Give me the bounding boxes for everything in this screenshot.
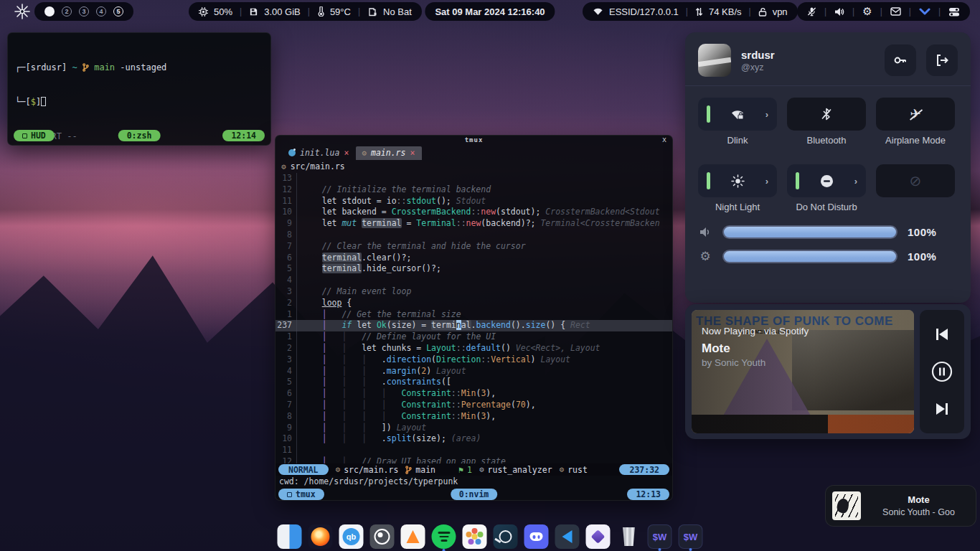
chevron-down-icon[interactable] bbox=[919, 7, 930, 16]
dock-obs-studio[interactable] bbox=[370, 524, 395, 549]
username: srdusr bbox=[741, 49, 775, 61]
network-pill[interactable]: ESSID/127.0.0.1 | 74 KB/s | vpn bbox=[583, 2, 798, 21]
tab-main-rs[interactable]: ⚙ main.rs × bbox=[356, 146, 422, 160]
code-line[interactable]: 8 │ │ │ │ Constraint::Min(3), bbox=[275, 411, 672, 423]
dock-photos[interactable] bbox=[463, 524, 487, 549]
terminal-window[interactable]: ┌─[srdusr] ~ main -unstaged └─[$] -- INS… bbox=[7, 32, 271, 146]
code-line[interactable]: 2 │ │ let chunks = Layout::default() Vec… bbox=[275, 343, 672, 354]
separator: | bbox=[238, 6, 243, 17]
toggle-night-light[interactable]: › Night Light bbox=[698, 164, 777, 212]
code-line[interactable]: 1 │ // Get the terminal size bbox=[275, 309, 672, 321]
workspace-3[interactable]: 3 bbox=[79, 6, 89, 17]
tab-init-lua[interactable]: init.lua × bbox=[283, 146, 356, 160]
logout-button[interactable] bbox=[926, 44, 958, 76]
close-window-button[interactable]: x bbox=[662, 136, 666, 143]
editor-window[interactable]: tmux x init.lua × ⚙ main.rs × ⚙ src/main… bbox=[275, 135, 673, 501]
toggle-bluetooth[interactable]: Bluetooth bbox=[787, 98, 866, 146]
previous-track-button[interactable] bbox=[933, 326, 951, 342]
mail-icon[interactable] bbox=[890, 7, 901, 16]
code-line[interactable]: 11 let stdout = io::stdout(); Stdout bbox=[275, 196, 672, 207]
brightness-slider[interactable] bbox=[722, 250, 897, 263]
code-line[interactable]: 9 │ │ │ ]) Layout bbox=[275, 423, 672, 434]
code-line[interactable]: 8 bbox=[275, 230, 672, 241]
workspace-2[interactable]: 2 bbox=[62, 6, 72, 17]
toggles-icon[interactable] bbox=[948, 7, 960, 17]
code-line[interactable]: 9 let mut terminal = Terminal::new(backe… bbox=[275, 218, 672, 230]
notification-popup[interactable]: Mote Sonic Youth - Goo bbox=[825, 485, 976, 527]
code-line[interactable]: 4 │ │ │ .margin(2) Layout bbox=[275, 366, 672, 377]
tmux-session-hud[interactable]: HUD bbox=[14, 130, 55, 141]
toggle-do-not-disturb[interactable]: › Do Not Disturb bbox=[787, 164, 866, 212]
chevron-right-icon[interactable]: › bbox=[765, 176, 768, 187]
workspace-1-active[interactable] bbox=[44, 6, 55, 17]
microphone-muted-icon[interactable] bbox=[807, 6, 816, 17]
system-tray: | | ⚙ | | | bbox=[797, 2, 970, 21]
code-line[interactable]: 2 loop { bbox=[275, 298, 672, 309]
line-number: 11 bbox=[275, 196, 297, 207]
dock-obsidian[interactable] bbox=[586, 524, 611, 549]
dock-firefox[interactable] bbox=[308, 524, 333, 549]
dock-discord[interactable] bbox=[524, 524, 549, 549]
code-line[interactable]: 7 │ │ │ │ Constraint::Percentage(70), bbox=[275, 400, 672, 411]
tab-close-icon[interactable]: × bbox=[344, 148, 349, 158]
lua-icon bbox=[288, 149, 296, 156]
code-line[interactable]: 10 let backend = CrosstermBackend::new(s… bbox=[275, 207, 672, 218]
dock-qbittorrent[interactable]: qb bbox=[339, 524, 364, 549]
code-line[interactable]: 4 bbox=[275, 275, 672, 286]
line-number: 6 bbox=[275, 253, 297, 264]
code-line[interactable]: 6 terminal.clear()?; bbox=[275, 253, 672, 264]
tmux-window-nvim[interactable]: 0:nvim bbox=[451, 489, 498, 500]
code-line[interactable]: 12 // Initialize the terminal backend bbox=[275, 184, 672, 196]
clock[interactable]: Sat 09 Mar 2024 12:16:40 bbox=[425, 2, 555, 21]
code-line[interactable]: 13 bbox=[275, 173, 672, 184]
code-line[interactable]: 7 // Clear the terminal and hide the cur… bbox=[275, 241, 672, 253]
volume-slider[interactable] bbox=[722, 225, 897, 239]
workspaces[interactable]: 2 3 4 5 bbox=[34, 2, 133, 21]
separator: | bbox=[684, 6, 689, 17]
dock-vscode[interactable] bbox=[555, 524, 580, 549]
dock-dollar-w-app-2[interactable]: $W bbox=[679, 524, 703, 549]
tab-close-icon[interactable]: × bbox=[410, 148, 415, 158]
dock-dollar-w-app-1[interactable]: $W bbox=[648, 524, 672, 549]
lock-keys-button[interactable] bbox=[885, 44, 916, 76]
tmux-session[interactable]: tmux bbox=[278, 489, 324, 500]
tmux-window-zsh[interactable]: 0:zsh bbox=[118, 130, 161, 141]
dock-file-manager[interactable] bbox=[278, 524, 302, 549]
dock-trash[interactable] bbox=[617, 524, 641, 549]
code-line[interactable]: 5 │ │ │ .constraints([ bbox=[275, 377, 672, 388]
workspace-4[interactable]: 4 bbox=[96, 6, 106, 17]
distro-star-icon[interactable] bbox=[14, 4, 30, 19]
chevron-right-icon[interactable]: › bbox=[765, 109, 768, 120]
code-line[interactable]: 10 │ │ │ .split(size); (area) bbox=[275, 433, 672, 445]
speaker-icon[interactable] bbox=[834, 7, 844, 17]
active-indicator bbox=[796, 172, 799, 189]
toggle-airplane-mode[interactable]: ✈ Airplane Mode bbox=[876, 98, 955, 146]
dollar-w-icon: $W bbox=[653, 532, 667, 542]
code-line[interactable]: 237 │ if let Ok(size) = terminal.backend… bbox=[275, 320, 672, 331]
code-line[interactable]: 1 │ │ // Define layout for the UI bbox=[275, 331, 672, 343]
dock-spotify[interactable] bbox=[432, 524, 456, 549]
dock-vlc[interactable] bbox=[401, 524, 425, 549]
next-track-button[interactable] bbox=[933, 401, 951, 417]
running-indicator bbox=[689, 548, 692, 551]
code-line[interactable]: 3 // Main event loop bbox=[275, 286, 672, 298]
chevron-right-icon[interactable]: › bbox=[854, 176, 857, 187]
line-number: 1 bbox=[275, 309, 297, 321]
code-line[interactable]: 3 │ │ │ .direction(Direction::Vertical) … bbox=[275, 354, 672, 366]
toggle-label: Dlink bbox=[727, 135, 748, 146]
cursor-position: 237:32 bbox=[619, 464, 669, 475]
code-lines[interactable]: 1312 // Initialize the terminal backend1… bbox=[275, 173, 672, 463]
workspace-5[interactable]: 5 bbox=[113, 6, 123, 17]
code-line[interactable]: 6 │ │ │ │ Constraint::Min(3), bbox=[275, 388, 672, 400]
pause-button[interactable] bbox=[931, 361, 953, 382]
code-line[interactable]: 11 bbox=[275, 445, 672, 456]
toggle-dlink[interactable]: › Dlink bbox=[698, 98, 777, 146]
obs-icon bbox=[374, 529, 390, 545]
tmux-clock: 12:13 bbox=[627, 489, 669, 500]
quick-toggles: › Dlink Bluetooth ✈ Airplane Mode bbox=[685, 86, 971, 217]
prompt-line-2[interactable]: └─[$] bbox=[15, 96, 263, 108]
code-line[interactable]: 5 terminal.hide_cursor()?; bbox=[275, 263, 672, 275]
code-line[interactable]: 12 │ │ // Draw UI based on app state bbox=[275, 456, 672, 463]
settings-gear-icon[interactable]: ⚙ bbox=[862, 5, 872, 18]
dock-steam[interactable] bbox=[494, 524, 518, 549]
